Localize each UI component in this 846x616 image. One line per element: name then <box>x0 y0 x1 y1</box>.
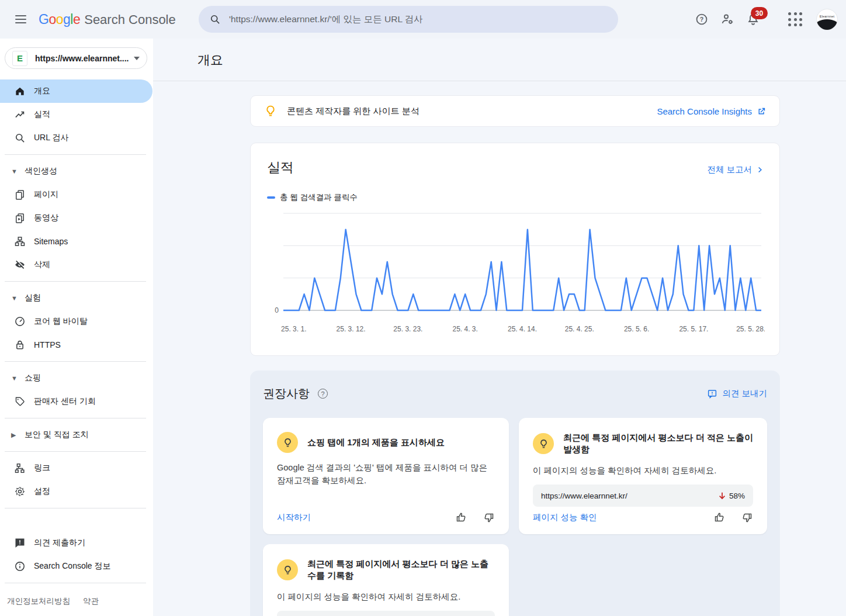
sidebar-item-about[interactable]: Search Console 정보 <box>0 555 153 578</box>
google-logo: Google <box>39 12 80 27</box>
recommendation-card: 최근에 특정 페이지에서 평소보다 더 적은 노출이 발생함 이 페이지의 성능… <box>519 418 767 534</box>
card-title: 최근에 특정 페이지에서 평소보다 더 많은 노출수를 기록함 <box>307 558 495 582</box>
notification-count-badge: 30 <box>751 7 768 19</box>
account-avatar[interactable]: Elearnnet <box>816 9 838 30</box>
page-url-chip[interactable]: https://www.elearnnet.kr/ 58% <box>533 485 753 507</box>
home-icon <box>14 85 26 97</box>
sidebar-item-submit-feedback[interactable]: 의견 제출하기 <box>0 531 153 555</box>
recommendation-card: 쇼핑 탭에 1개의 제품을 표시하세요 Google 검색 결과의 '쇼핑' 탭… <box>263 418 509 534</box>
svg-text:0: 0 <box>275 306 279 314</box>
legend-swatch <box>267 196 275 199</box>
help-icon[interactable]: ? <box>318 389 328 399</box>
pages-icon <box>14 189 26 200</box>
divider <box>5 281 146 282</box>
lightbulb-icon <box>277 432 298 453</box>
lock-icon <box>14 339 26 351</box>
full-report-link[interactable]: 전체 보고서 <box>707 164 764 175</box>
performance-card: 실적 전체 보고서 총 웹 검색결과 클릭수 025. 3. 1.25. 3. … <box>250 143 780 356</box>
divider <box>5 583 146 583</box>
sidebar-item-performance[interactable]: 실적 <box>0 103 153 126</box>
property-label: https://www.elearnnet.... <box>35 54 130 63</box>
page-title: 개요 <box>153 39 846 69</box>
chevron-right-icon <box>755 165 764 174</box>
recommendations-section: 권장사항 ? 의견 보내기 쇼핑 탭에 1개의 제품을 표시하세요 G <box>250 371 780 616</box>
app-header: Google Search Console ? 30 Elearnnet <box>0 0 846 39</box>
sidebar-item-links[interactable]: 링크 <box>0 456 153 480</box>
divider <box>5 508 146 508</box>
card-title: 최근에 특정 페이지에서 평소보다 더 적은 노출이 발생함 <box>563 432 753 456</box>
chevron-right-icon: ▶ <box>11 431 18 439</box>
sidebar-item-overview[interactable]: 개요 <box>0 79 152 103</box>
lightbulb-icon <box>263 104 278 118</box>
sidebar-section-shopping[interactable]: ▼ 쇼핑 <box>0 366 153 390</box>
user-settings-icon[interactable] <box>715 6 740 32</box>
sidebar-item-video[interactable]: 동영상 <box>0 206 153 230</box>
divider <box>153 81 846 81</box>
google-apps-grid-icon[interactable] <box>782 6 808 32</box>
sidebar-section-security[interactable]: ▶ 보안 및 직접 조치 <box>0 423 153 447</box>
sidebar-item-sitemaps[interactable]: Sitemaps <box>0 230 153 253</box>
chevron-down-icon <box>134 57 140 60</box>
thumbs-up-icon[interactable] <box>713 511 726 524</box>
sidebar-item-pages[interactable]: 페이지 <box>0 183 153 206</box>
svg-text:?: ? <box>700 16 703 23</box>
svg-text:25. 5. 17.: 25. 5. 17. <box>679 325 708 333</box>
gauge-icon <box>14 316 26 327</box>
sidebar-item-removals[interactable]: 삭제 <box>0 253 153 276</box>
hamburger-menu-icon[interactable] <box>7 8 34 31</box>
main-content: 개요 콘텐츠 제작자를 위한 사이트 분석 Search Console Ins… <box>153 39 846 616</box>
privacy-link[interactable]: 개인정보처리방침 <box>7 596 70 607</box>
avatar-image <box>816 19 838 30</box>
feedback-icon <box>14 537 26 549</box>
sidebar-section-experience[interactable]: ▼ 실험 <box>0 286 153 310</box>
search-input[interactable] <box>229 14 608 25</box>
search-console-insights-link[interactable]: Search Console Insights <box>657 106 767 116</box>
app-logo[interactable]: Google Search Console <box>39 12 176 27</box>
sidebar-item-https[interactable]: HTTPS <box>0 333 153 357</box>
sidebar: E https://www.elearnnet.... 개요 실적 URL 검사… <box>0 39 153 616</box>
legend-label: 총 웹 검색결과 클릭수 <box>280 192 358 203</box>
terms-link[interactable]: 약관 <box>83 596 99 607</box>
impressions-change: 58% <box>717 491 745 500</box>
help-icon[interactable]: ? <box>689 6 715 32</box>
chevron-down-icon: ▼ <box>11 295 18 302</box>
video-pages-icon <box>14 212 26 224</box>
sidebar-item-settings[interactable]: 설정 <box>0 480 153 503</box>
thumbs-down-icon[interactable] <box>483 511 495 524</box>
sidebar-item-core-web-vitals[interactable]: 코어 웹 바이탈 <box>0 310 153 333</box>
notifications-bell-icon[interactable]: 30 <box>740 6 766 32</box>
search-icon <box>14 132 26 144</box>
recommendations-title: 권장사항 <box>263 386 310 402</box>
info-icon <box>14 560 26 572</box>
check-page-performance-link[interactable]: 페이지 성능 확인 <box>533 512 597 523</box>
svg-text:25. 5. 6.: 25. 5. 6. <box>624 325 649 333</box>
svg-text:25. 4. 25.: 25. 4. 25. <box>565 325 594 333</box>
avatar-label: Elearnnet <box>817 15 837 18</box>
eye-off-icon <box>14 259 26 271</box>
card-body: 이 페이지의 성능을 확인하여 자세히 검토하세요. <box>277 591 495 604</box>
divider <box>5 451 146 452</box>
divider <box>5 418 146 418</box>
url-inspect-search-bar[interactable] <box>199 6 618 33</box>
thumbs-down-icon[interactable] <box>741 511 753 524</box>
thumbs-up-icon[interactable] <box>455 511 467 524</box>
sidebar-item-merchant-opportunities[interactable]: 판매자 센터 기회 <box>0 390 153 413</box>
search-icon <box>209 13 221 25</box>
sidebar-section-indexing[interactable]: ▼ 색인생성 <box>0 160 153 183</box>
send-feedback-link[interactable]: 의견 보내기 <box>707 388 767 399</box>
divider <box>5 361 146 362</box>
sidebar-item-url-inspection[interactable]: URL 검사 <box>0 126 153 150</box>
page-url-chip[interactable]: https://www.elearnnet.kr/eln-2292.html 2… <box>277 611 495 616</box>
performance-card-title: 실적 <box>267 158 763 177</box>
divider <box>5 154 146 155</box>
svg-text:25. 3. 12.: 25. 3. 12. <box>337 325 366 333</box>
insights-banner: 콘텐츠 제작자를 위한 사이트 분석 Search Console Insigh… <box>250 95 780 127</box>
get-started-link[interactable]: 시작하기 <box>277 512 311 523</box>
property-selector[interactable]: E https://www.elearnnet.... <box>5 47 147 69</box>
external-link-icon <box>757 106 767 116</box>
svg-text:25. 3. 23.: 25. 3. 23. <box>393 325 422 333</box>
card-title: 쇼핑 탭에 1개의 제품을 표시하세요 <box>307 437 445 448</box>
performance-icon <box>14 109 26 120</box>
lightbulb-icon <box>533 433 554 454</box>
tag-icon <box>14 396 26 407</box>
